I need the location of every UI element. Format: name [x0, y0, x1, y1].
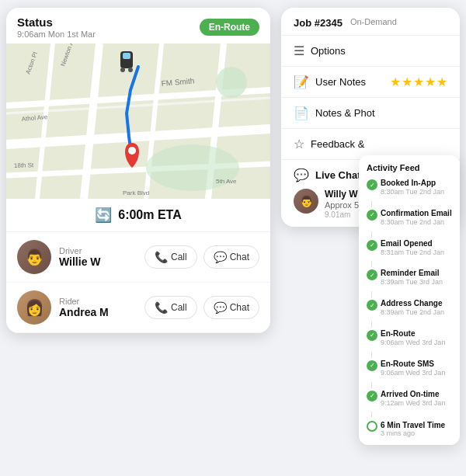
travel-info: 6 Min Travel Time 3 mins ago — [381, 421, 445, 437]
driver-avatar: 👨 — [17, 240, 51, 274]
driver-chat-button[interactable]: 💬 Chat — [203, 245, 259, 269]
eta-bar: 🔄 6:00m ETA — [6, 199, 270, 232]
svg-text:18th St: 18th St — [14, 162, 34, 169]
activity-info: Reminder Email8:39am Tue 3rd Jan — [381, 269, 443, 287]
activity-event-row: Address Change8:39am Tue 2nd Jan — [367, 299, 452, 317]
activity-event-row: En-Route SMS9:06am Wed 3rd Jan — [367, 360, 452, 377]
activity-item: Email Opened8:31am Tue 2nd Jan — [367, 239, 452, 268]
left-card: Status 9:06am Mon 1st Mar En-Route — [6, 8, 270, 333]
activity-card: Activity Feed Booked In-App8:30am Tue 2n… — [359, 155, 460, 445]
travel-ago: 3 mins ago — [381, 429, 445, 437]
activity-time-label: 8:39am Tue 3rd Jan — [381, 278, 443, 287]
eta-icon: 🔄 — [95, 207, 112, 224]
livechat-label: Live Chat — [315, 169, 361, 181]
star-2: ★ — [402, 75, 412, 89]
rider-avatar-img: 👩 — [17, 290, 51, 325]
activity-info: Email Opened8:31am Tue 2nd Jan — [381, 239, 444, 257]
activity-dot — [367, 240, 377, 251]
driver-row: 👨 Driver Willie W 📞 Call 💬 Chat — [6, 232, 270, 283]
status-bar: Status 9:06am Mon 1st Mar En-Route — [6, 8, 270, 43]
travel-dot — [367, 421, 377, 432]
notes-icon: 📝 — [294, 75, 309, 89]
activity-time-label: 9:06am Wed 3rd Jan — [381, 369, 445, 377]
activity-event-label: Booked In-App — [381, 179, 444, 188]
travel-time-item: 6 Min Travel Time 3 mins ago — [367, 421, 452, 437]
activity-connector-line — [371, 201, 372, 207]
activity-event-label: Email Opened — [381, 239, 444, 248]
activity-info: En-Route SMS9:06am Wed 3rd Jan — [381, 360, 445, 377]
activity-divider — [371, 412, 372, 418]
options-row[interactable]: ☰ Options — [281, 36, 460, 67]
activity-connector-line — [371, 352, 372, 358]
activity-event-row: Reminder Email8:39am Tue 3rd Jan — [367, 269, 452, 287]
activity-event-row: Confirmation Email8:30am Tue 2nd Jan — [367, 209, 452, 227]
activity-event-row: En-Route9:06am Wed 3rd Jan — [367, 329, 452, 347]
activity-feed-label: Activity Feed — [367, 163, 419, 172]
activity-connector-line — [371, 261, 372, 267]
activity-connector-line — [371, 382, 372, 388]
driver-call-button[interactable]: 📞 Call — [144, 245, 197, 269]
rider-call-label: Call — [171, 302, 187, 313]
rider-chat-label: Chat — [230, 302, 249, 313]
activity-time-label: 8:31am Tue 2nd Jan — [381, 248, 444, 257]
status-left: Status 9:06am Mon 1st Mar — [17, 16, 96, 39]
star-4: ★ — [425, 75, 436, 89]
driver-info: Driver Willie W — [59, 246, 144, 268]
activity-info: Confirmation Email8:30am Tue 2nd Jan — [381, 209, 452, 227]
travel-event: 6 Min Travel Time — [381, 421, 445, 429]
svg-point-10 — [216, 67, 247, 98]
activity-item: Address Change8:39am Tue 2nd Jan — [367, 299, 452, 328]
activity-info: Arrived On-time9:12am Wed 3rd Jan — [381, 390, 445, 408]
menu-icon: ☰ — [294, 43, 304, 58]
user-notes-row[interactable]: 📝 User Notes ★ ★ ★ ★ ★ — [281, 67, 460, 98]
rider-call-button[interactable]: 📞 Call — [144, 296, 197, 319]
activity-items-container: Booked In-App8:30am Tue 2nd JanConfirmat… — [367, 179, 452, 407]
activity-dot — [367, 330, 377, 341]
activity-dot — [367, 360, 377, 371]
activity-title: Activity Feed — [367, 163, 452, 172]
chat-icon-rider: 💬 — [214, 301, 227, 314]
activity-dot — [367, 210, 377, 221]
notes-photos-label: Notes & Phot — [315, 107, 375, 119]
activity-dot — [367, 179, 377, 190]
activity-time-label: 8:30am Tue 2nd Jan — [381, 188, 444, 196]
activity-item: Arrived On-time9:12am Wed 3rd Jan — [367, 390, 452, 408]
activity-time-label: 8:39am Tue 2nd Jan — [381, 308, 444, 317]
rider-chat-button[interactable]: 💬 Chat — [203, 296, 259, 319]
right-header: Job #2345 On-Demand — [281, 8, 460, 36]
svg-rect-12 — [123, 53, 130, 59]
msg-content: Willy W Approx 5 9.01am — [325, 189, 359, 219]
rider-avatar: 👩 — [17, 290, 51, 325]
driver-role: Driver — [59, 246, 144, 255]
svg-text:5th Ave: 5th Ave — [216, 178, 237, 185]
activity-event-label: Reminder Email — [381, 269, 443, 278]
activity-event-label: Confirmation Email — [381, 209, 452, 218]
driver-call-label: Call — [171, 252, 187, 262]
chat-icon: 💬 — [214, 251, 227, 263]
star-5: ★ — [436, 75, 447, 89]
rider-info: Rider Andrea M — [59, 297, 144, 318]
msg-text: Approx 5 — [325, 200, 359, 210]
activity-item: Booked In-App8:30am Tue 2nd Jan — [367, 179, 452, 207]
msg-avatar: 👨 — [294, 189, 318, 214]
notes-photos-row[interactable]: 📄 Notes & Phot — [281, 98, 460, 129]
activity-event-label: En-Route — [381, 329, 445, 339]
job-line: Job #2345 On-Demand — [294, 17, 447, 29]
msg-time: 9.01am — [325, 210, 359, 219]
activity-info: Booked In-App8:30am Tue 2nd Jan — [381, 179, 444, 196]
star-rating: ★ ★ ★ ★ ★ — [390, 75, 447, 89]
rider-row: 👩 Rider Andrea M 📞 Call 💬 Chat — [6, 283, 270, 333]
map-area: FM Smith Athol Ave 18th St Park Blvd 5th… — [6, 43, 270, 199]
svg-point-14 — [128, 68, 133, 72]
notes-photos-icon: 📄 — [294, 106, 309, 120]
activity-dot — [367, 269, 377, 280]
call-icon-rider: 📞 — [155, 301, 168, 314]
activity-event-label: Arrived On-time — [381, 390, 445, 399]
driver-chat-label: Chat — [230, 252, 249, 262]
driver-avatar-img: 👨 — [17, 240, 51, 274]
call-icon: 📞 — [155, 251, 168, 263]
activity-event-row: Email Opened8:31am Tue 2nd Jan — [367, 239, 452, 257]
activity-dot — [367, 300, 377, 311]
activity-event-label: En-Route SMS — [381, 360, 445, 369]
activity-connector-line — [371, 321, 372, 328]
